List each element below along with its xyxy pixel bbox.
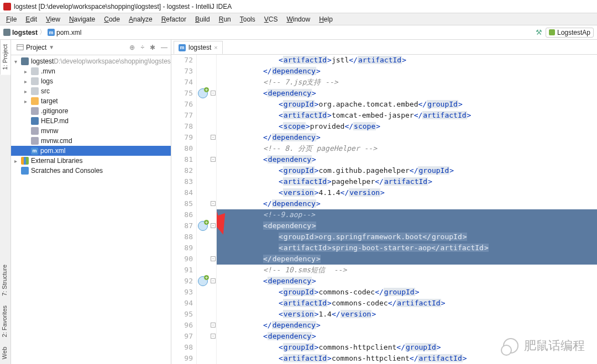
code-line[interactable]: <dependency> <box>217 220 597 231</box>
line-number[interactable]: 78 <box>171 121 193 132</box>
menu-vcs[interactable]: VCS <box>260 14 282 24</box>
menu-file[interactable]: File <box>2 14 20 24</box>
code-line[interactable]: <!-- 7.jsp支持 --> <box>217 77 597 88</box>
line-number[interactable]: 87 <box>171 220 193 231</box>
code-line[interactable]: </dependency> <box>217 254 597 265</box>
fold-icon[interactable]: - <box>211 223 216 228</box>
menu-view[interactable]: View <box>42 14 64 24</box>
fold-icon[interactable]: - <box>211 256 216 261</box>
code-line[interactable]: <version>4.1.4</version> <box>217 187 597 198</box>
tree-node[interactable]: Scratches and Consoles <box>11 166 171 176</box>
line-number[interactable]: 98 <box>171 342 193 353</box>
code-line[interactable]: </dependency> <box>217 66 597 77</box>
fold-icon[interactable]: - <box>211 201 216 206</box>
code-line[interactable]: <groupId>org.springframework.boot</group… <box>217 231 597 242</box>
line-number[interactable]: 79 <box>171 132 193 143</box>
line-number[interactable]: 72 <box>171 55 193 66</box>
code-line[interactable]: <dependency> <box>217 88 597 99</box>
gear-icon[interactable]: ✱ <box>150 44 155 51</box>
line-number[interactable]: 88 <box>171 231 193 242</box>
run-config-selector[interactable]: LogstestAp <box>546 28 594 38</box>
tree-node[interactable]: ▸.mvn <box>11 66 171 76</box>
editor-body[interactable]: 7273747576777879808182838485868788899091… <box>171 55 597 364</box>
code-line[interactable]: </dependency> <box>217 132 597 143</box>
line-number[interactable]: 90 <box>171 254 193 265</box>
tree-node[interactable]: mvnw.cmd <box>11 136 171 146</box>
code-line[interactable]: <version>1.4</version> <box>217 309 597 320</box>
line-number[interactable]: 91 <box>171 265 193 276</box>
tree-node[interactable]: ▾logstest D:\develop\workspace\shopping\… <box>11 56 171 66</box>
code-line[interactable]: <artifactId>commons-httpclient</artifact… <box>217 353 597 364</box>
tool-tab-project[interactable]: 1: Project <box>0 40 11 75</box>
code-line[interactable]: <groupId>org.apache.tomcat.embed</groupI… <box>217 99 597 110</box>
line-number[interactable]: 99 <box>171 353 193 364</box>
collapse-icon[interactable]: ÷ <box>140 44 144 51</box>
tree-node[interactable]: ▸logs <box>11 76 171 86</box>
project-tree[interactable]: ▾logstest D:\develop\workspace\shopping\… <box>11 55 171 176</box>
code-line[interactable]: <artifactId>commons-codec</artifactId> <box>217 298 597 309</box>
line-number[interactable]: 83 <box>171 176 193 187</box>
code-line[interactable]: <dependency> <box>217 276 597 287</box>
build-icon[interactable]: ⚒ <box>536 28 542 36</box>
code-line[interactable]: <scope>provided</scope> <box>217 121 597 132</box>
close-icon[interactable]: × <box>214 44 217 51</box>
code-line[interactable]: <artifactId>tomcat-embed-jasper</artifac… <box>217 110 597 121</box>
code-line[interactable]: <artifactId>pagehelper</artifactId> <box>217 176 597 187</box>
line-number[interactable]: 74 <box>171 77 193 88</box>
hide-icon[interactable]: — <box>161 44 167 51</box>
line-number[interactable]: 80 <box>171 143 193 154</box>
menu-window[interactable]: Window <box>282 14 314 24</box>
expand-icon[interactable]: ▸ <box>14 158 21 164</box>
tree-node[interactable]: ▸src <box>11 86 171 96</box>
fold-icon[interactable]: - <box>211 278 216 283</box>
line-number[interactable]: 94 <box>171 298 193 309</box>
line-number[interactable]: 82 <box>171 165 193 176</box>
breadcrumb-file[interactable]: pom.xml <box>56 29 81 36</box>
menu-run[interactable]: Run <box>215 14 235 24</box>
line-number[interactable]: 97 <box>171 331 193 342</box>
line-gutter[interactable]: 7273747576777879808182838485868788899091… <box>171 55 197 364</box>
line-number[interactable]: 84 <box>171 187 193 198</box>
menu-analyze[interactable]: Analyze <box>125 14 156 24</box>
line-number[interactable]: 92 <box>171 276 193 287</box>
code-line[interactable]: <!-- 10.sms短信 --> <box>217 265 597 276</box>
gutter-run-icon[interactable] <box>198 88 208 98</box>
code-line[interactable]: </dependency> <box>217 320 597 331</box>
line-number[interactable]: 86 <box>171 209 193 220</box>
fold-icon[interactable]: - <box>211 157 216 162</box>
menu-tools[interactable]: Tools <box>236 14 259 24</box>
menu-edit[interactable]: Edit <box>22 14 41 24</box>
code-line[interactable]: <!--9.aop--> <box>217 209 597 220</box>
tree-node[interactable]: .gitignore <box>11 106 171 116</box>
tree-node[interactable]: mvnw <box>11 126 171 136</box>
editor-tab-logstest[interactable]: m logstest × <box>174 41 223 54</box>
fold-icon[interactable]: - <box>211 334 216 339</box>
expand-icon[interactable]: ▾ <box>14 59 21 65</box>
code-line[interactable]: <dependency> <box>217 154 597 165</box>
expand-icon[interactable]: ▸ <box>24 88 31 94</box>
code-area[interactable]: <artifactId>jstl</artifactId></dependenc… <box>217 55 597 364</box>
project-view-selector[interactable]: Project ▼ <box>14 43 56 52</box>
code-line[interactable]: <!-- 8. 分页 pageHelper --> <box>217 143 597 154</box>
line-number[interactable]: 73 <box>171 66 193 77</box>
code-line[interactable]: <artifactId>spring-boot-starter-aop</art… <box>217 242 597 254</box>
breadcrumb-project[interactable]: logstest <box>12 29 38 36</box>
line-number[interactable]: 76 <box>171 99 193 110</box>
fold-column[interactable]: --------- <box>210 55 217 364</box>
fold-icon[interactable]: - <box>211 135 216 140</box>
menu-code[interactable]: Code <box>100 14 124 24</box>
line-number[interactable]: 77 <box>171 110 193 121</box>
menu-navigate[interactable]: Navigate <box>65 14 99 24</box>
fold-icon[interactable]: - <box>211 323 216 328</box>
tree-node[interactable]: HELP.md <box>11 116 171 126</box>
expand-icon[interactable]: ▸ <box>24 78 31 85</box>
gutter-run-icon[interactable] <box>198 221 208 231</box>
line-number[interactable]: 75 <box>171 88 193 99</box>
line-number[interactable]: 95 <box>171 309 193 320</box>
tool-tab-favorites[interactable]: 2: Favorites <box>0 301 11 342</box>
line-number[interactable]: 85 <box>171 198 193 209</box>
gutter-run-icon[interactable] <box>198 276 208 286</box>
code-line[interactable]: <groupId>com.github.pagehelper</groupId> <box>217 165 597 176</box>
code-line[interactable]: <groupId>commons-codec</groupId> <box>217 287 597 298</box>
line-number[interactable]: 89 <box>171 242 193 254</box>
